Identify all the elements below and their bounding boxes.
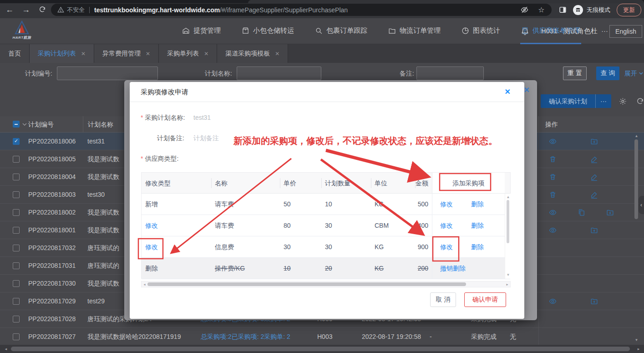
table-row[interactable]: PP20220817027 我是测试数据哈哈202208171919 总采购项:… (0, 328, 644, 345)
confirm-plan-button[interactable]: 确认采购计划 ··· (541, 94, 611, 108)
scroll-thumb[interactable] (507, 200, 509, 243)
url-bar[interactable]: 不安全 testtrunkbookingmgr.hart-worldwide.c… (51, 4, 552, 16)
back-arrow-icon[interactable]: ← (4, 4, 15, 15)
cancel-button[interactable]: 取 消 (430, 292, 456, 307)
row-checkbox[interactable] (13, 298, 20, 305)
tab-purchase-order-list[interactable]: 采购单列表✕ (159, 44, 217, 63)
dialog-horizontal-scrollbar[interactable]: ◂ ▸ (141, 281, 511, 287)
plan-name-input[interactable] (237, 67, 321, 80)
hart-logo[interactable]: HART航旅 (12, 20, 32, 42)
search-button[interactable]: 查 询 (596, 67, 619, 80)
delete-link[interactable]: 删除 (471, 194, 484, 215)
forward-arrow-icon[interactable]: → (20, 4, 32, 15)
delete-link[interactable]: 删除 (471, 236, 484, 258)
refresh-icon[interactable] (636, 97, 644, 105)
plan-remark-placeholder[interactable]: 计划备注 (193, 134, 219, 143)
row-checkbox[interactable] (13, 316, 20, 322)
scroll-right-icon[interactable]: ▸ (636, 347, 641, 351)
scroll-thumb[interactable] (11, 347, 630, 351)
tab-purchase-plan-list[interactable]: 采购计划列表✕ (30, 44, 94, 63)
scroll-left-icon[interactable]: ◂ (142, 282, 147, 286)
bell-icon[interactable] (521, 27, 529, 36)
scroll-left-icon[interactable]: ◂ (4, 347, 8, 351)
trash-icon[interactable] (549, 155, 557, 163)
browser-window-tab[interactable] (248, 0, 644, 3)
delete-link[interactable]: 删除 (471, 215, 484, 236)
side-panel-icon[interactable] (559, 6, 567, 14)
copy-icon[interactable] (578, 209, 585, 216)
nav-item[interactable]: 图表统计 (461, 18, 501, 44)
eye-off-icon[interactable] (521, 6, 528, 14)
undo-delete-link[interactable]: 撤销删除 (440, 258, 466, 279)
add-purchase-item-button[interactable]: 添加采购项 (432, 173, 505, 193)
dialog-vertical-scrollbar[interactable]: ▲ ▼ (505, 194, 511, 279)
nav-item[interactable]: 提货管理 (181, 18, 222, 44)
row-checkbox[interactable] (13, 209, 20, 216)
modify-link[interactable]: 修改 (440, 236, 453, 258)
language-button[interactable]: English (609, 25, 642, 38)
close-icon[interactable]: ✕ (524, 86, 530, 94)
plan-no-input[interactable] (57, 67, 158, 80)
edit-icon[interactable] (590, 191, 598, 199)
row-checkbox[interactable] (13, 227, 20, 234)
close-icon[interactable]: ✕ (204, 51, 208, 57)
tab-abnormal-fee[interactable]: 异常费用管理✕ (94, 44, 159, 63)
scroll-up-icon[interactable]: ▲ (506, 195, 510, 199)
row-checkbox[interactable] (13, 245, 20, 251)
gear-icon[interactable] (619, 97, 627, 105)
close-icon[interactable]: ✕ (81, 51, 86, 57)
eye-icon[interactable] (549, 226, 557, 234)
scroll-thumb[interactable] (634, 139, 638, 219)
chevron-down-icon[interactable] (22, 123, 27, 126)
row-checkbox[interactable] (13, 191, 20, 198)
folder-plus-icon[interactable] (590, 138, 598, 145)
remark-input[interactable] (416, 67, 484, 80)
scroll-down-icon[interactable]: ▼ (634, 338, 639, 342)
row-checkbox[interactable] (13, 156, 20, 163)
scroll-down-icon[interactable]: ▼ (506, 273, 510, 277)
confirm-apply-button[interactable]: 确认申请 (464, 292, 506, 307)
folder-plus-icon[interactable] (590, 226, 598, 234)
expand-link[interactable]: 展开 (624, 67, 643, 80)
scroll-thumb[interactable] (147, 282, 466, 286)
tab-channel-template[interactable]: 渠道采购项模板✕ (217, 44, 288, 63)
folder-plus-icon[interactable] (606, 209, 614, 216)
close-icon[interactable]: ✕ (146, 51, 150, 57)
edit-icon[interactable] (590, 173, 598, 181)
eye-icon[interactable] (549, 138, 557, 145)
browser-update-button[interactable]: 更新 (617, 4, 641, 16)
trash-icon[interactable] (549, 173, 557, 181)
reset-button[interactable]: 重 置 (563, 67, 587, 80)
edit-icon[interactable] (590, 155, 598, 163)
modify-table-row: 删除 操作费/KG 10 20 KG 200 撤销删除 (142, 258, 510, 279)
warning-triangle-icon[interactable] (57, 6, 64, 13)
nav-item[interactable]: 小包仓储转运 (241, 18, 295, 44)
folder-plus-icon[interactable] (590, 297, 598, 305)
close-icon[interactable]: ✕ (505, 82, 511, 102)
trash-icon[interactable] (549, 191, 557, 199)
modify-link[interactable]: 修改 (440, 194, 453, 215)
cell-purchase-summary-link[interactable]: 总采购项:2已采购项: 2采购单: 2 (201, 328, 290, 345)
row-checkbox[interactable] (13, 138, 20, 145)
tab-home[interactable]: 首页 (0, 44, 30, 63)
user-name[interactable]: H031 - 测试角色杜 (541, 27, 598, 36)
close-icon[interactable]: ✕ (275, 51, 279, 57)
scroll-up-icon[interactable]: ▲ (634, 134, 639, 138)
main-vertical-scrollbar[interactable]: ▲ ▼ (634, 133, 639, 343)
reload-icon[interactable] (36, 4, 48, 15)
nav-item[interactable]: 包裹订单跟踪 (314, 18, 368, 44)
row-checkbox[interactable] (13, 280, 20, 287)
scroll-right-icon[interactable]: ▸ (505, 282, 509, 286)
row-checkbox[interactable] (13, 174, 20, 180)
row-checkbox[interactable] (13, 262, 20, 269)
more-options[interactable]: ··· (595, 94, 611, 108)
select-all-checkbox[interactable] (13, 121, 20, 128)
star-icon[interactable]: ☆ (538, 6, 545, 14)
main-horizontal-scrollbar[interactable]: ◂ ▸ (0, 345, 644, 353)
row-checkbox[interactable] (13, 333, 20, 340)
eye-icon[interactable] (549, 209, 557, 216)
eye-icon[interactable] (549, 297, 557, 305)
drawer-collapse-handle[interactable]: ‹ (639, 196, 644, 214)
nav-item[interactable]: 物流订单管理 (387, 18, 441, 44)
modify-link[interactable]: 修改 (440, 215, 453, 236)
